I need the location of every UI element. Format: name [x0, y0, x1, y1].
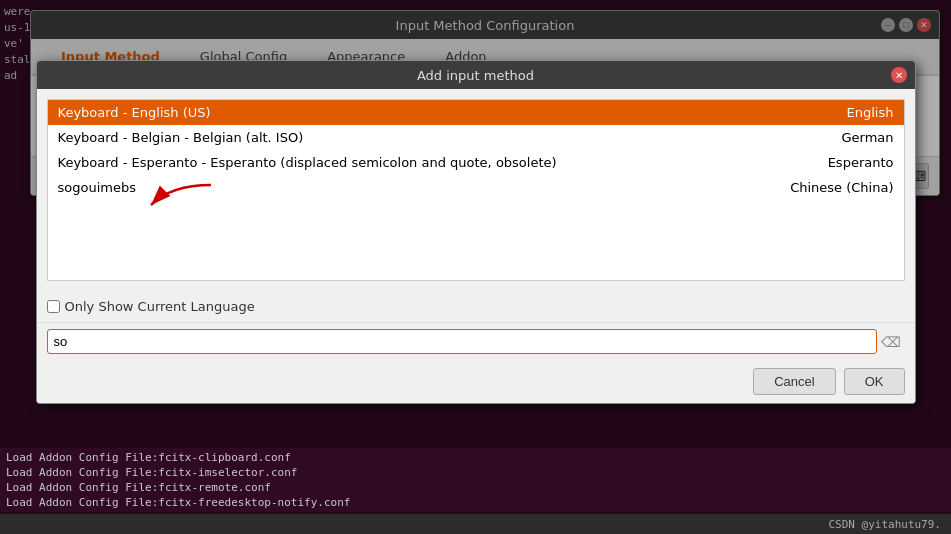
search-row: ⌫: [37, 322, 915, 360]
clear-search-button[interactable]: ⌫: [877, 334, 905, 350]
input-method-name: Keyboard - Belgian - Belgian (alt. ISO): [48, 125, 704, 150]
input-method-lang: Esperanto: [704, 150, 904, 175]
terminal-line-3: Load Addon Config File:fcitx-remote.conf: [6, 480, 945, 495]
cancel-button[interactable]: Cancel: [753, 368, 835, 395]
current-language-filter[interactable]: Only Show Current Language: [47, 299, 255, 314]
bottom-bar: CSDN @yitahutu79.: [0, 514, 951, 534]
filter-label: Only Show Current Language: [65, 299, 255, 314]
input-method-name: Keyboard - English (US): [48, 100, 704, 125]
table-row[interactable]: sogouimebs Chinese (: [48, 175, 904, 200]
dialog-titlebar: Add input method ✕: [37, 61, 915, 89]
terminal-line-4: Load Addon Config File:fcitx-freedesktop…: [6, 495, 945, 510]
terminal-lines: Load Addon Config File:fcitx-clipboard.c…: [0, 448, 951, 512]
dialog-list-container: Keyboard - English (US) English Keyboard…: [47, 99, 905, 281]
terminal-line-1: Load Addon Config File:fcitx-clipboard.c…: [6, 450, 945, 465]
table-row[interactable]: Keyboard - English (US) English: [48, 100, 904, 125]
input-method-lang: Chinese (China): [704, 175, 904, 200]
bottom-bar-text: CSDN @yitahutu79.: [828, 518, 941, 531]
table-row[interactable]: Keyboard - Esperanto - Esperanto (displa…: [48, 150, 904, 175]
input-method-name: sogouimebs: [48, 175, 704, 200]
add-input-method-dialog: Add input method ✕ Keyboard - English (U…: [36, 60, 916, 404]
input-method-lang: English: [704, 100, 904, 125]
search-input[interactable]: [47, 329, 877, 354]
ok-button[interactable]: OK: [844, 368, 905, 395]
dialog-title: Add input method: [417, 68, 534, 83]
filter-row: Only Show Current Language: [37, 291, 915, 322]
current-language-checkbox[interactable]: [47, 300, 60, 313]
input-method-lang: German: [704, 125, 904, 150]
dialog-close-button[interactable]: ✕: [891, 67, 907, 83]
arrow-annotation: [141, 180, 221, 220]
input-method-name: Keyboard - Esperanto - Esperanto (displa…: [48, 150, 704, 175]
table-row[interactable]: Keyboard - Belgian - Belgian (alt. ISO) …: [48, 125, 904, 150]
input-method-list: Keyboard - English (US) English Keyboard…: [48, 100, 904, 280]
dialog-buttons: Cancel OK: [37, 360, 915, 403]
terminal-line-2: Load Addon Config File:fcitx-imselector.…: [6, 465, 945, 480]
